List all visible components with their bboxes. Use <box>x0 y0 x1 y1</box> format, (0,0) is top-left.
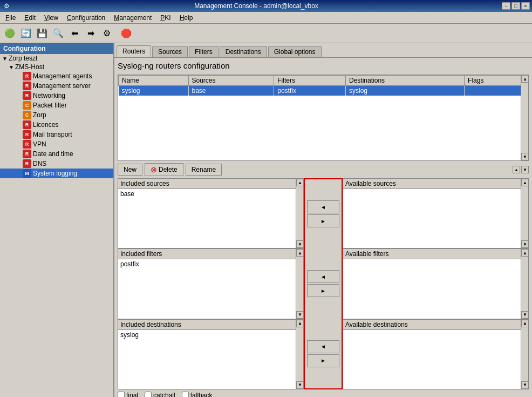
toolbar-search-button[interactable]: 🔍 <box>51 26 66 41</box>
toolbar: 🟢 🔄 💾 🔍 ⬅ ➡ ⚙ 🛑 <box>0 24 532 43</box>
checkbox-catchall[interactable]: catchall <box>145 392 175 397</box>
tree-zorp[interactable]: C Zorp <box>0 110 113 120</box>
included-filters-scroll-down[interactable]: ▼ <box>296 311 304 319</box>
tree-zorp-teszt[interactable]: ▼ Zorp teszt <box>0 54 113 63</box>
checkbox-fallback[interactable]: fallback <box>182 392 213 397</box>
included-sources-scroll-down[interactable]: ▼ <box>296 240 304 248</box>
scroll-up-button[interactable]: ▲ <box>521 75 529 83</box>
menu-edit[interactable]: Edit <box>20 13 40 23</box>
spacer-icon <box>15 93 23 99</box>
available-destinations-scroll-down[interactable]: ▼ <box>521 381 529 389</box>
available-sources-scroll-down[interactable]: ▼ <box>521 240 529 248</box>
destinations-remove-button[interactable]: ◄ <box>307 340 339 353</box>
router-table-scrollbar[interactable]: ▲ ▼ <box>521 75 528 160</box>
tab-routers[interactable]: Routers <box>117 45 151 57</box>
filters-add-button[interactable]: ► <box>307 284 339 297</box>
close-button[interactable]: × <box>521 2 530 10</box>
system-logging-label: System logging <box>33 170 77 177</box>
spacer-icon <box>15 132 23 138</box>
menu-view[interactable]: View <box>40 13 63 23</box>
sidebar: Configuration ▼ Zorp teszt ▼ ZMS-Host R … <box>0 43 114 397</box>
tab-destinations[interactable]: Destinations <box>220 46 267 57</box>
included-destinations-header: Included destinations <box>118 320 303 330</box>
menu-pki[interactable]: PKI <box>156 13 175 23</box>
tab-filters[interactable]: Filters <box>189 46 219 57</box>
included-destinations-panel: Included destinations syslog ▲ ▼ <box>118 319 304 389</box>
delete-button[interactable]: ⊗ Delete <box>145 163 183 176</box>
menu-help[interactable]: Help <box>175 13 197 23</box>
scroll-down-button[interactable]: ▼ <box>521 153 529 160</box>
tree-zms-host-label: ZMS-Host <box>15 63 44 71</box>
included-filters-track <box>296 257 303 311</box>
catchall-checkbox[interactable] <box>145 392 152 397</box>
list-item[interactable]: syslog <box>120 331 301 339</box>
filters-remove-button[interactable]: ◄ <box>307 270 339 283</box>
delete-label: Delete <box>159 166 178 173</box>
toolbar-stop-button[interactable]: 🛑 <box>119 26 134 41</box>
available-destinations-track <box>521 327 528 381</box>
menu-file[interactable]: File <box>1 13 20 23</box>
list-item[interactable]: base <box>120 190 301 198</box>
destinations-transfer-column: ◄ ► <box>304 319 343 389</box>
filters-transfer-column: ◄ ► <box>304 248 343 319</box>
included-filters-scroll-up[interactable]: ▲ <box>296 249 304 257</box>
tree-system-logging[interactable]: M System logging <box>0 169 113 178</box>
tree-zms-host[interactable]: ▼ ZMS-Host <box>0 63 113 71</box>
destinations-add-button[interactable]: ► <box>307 354 339 367</box>
spacer-icon <box>15 151 23 157</box>
checkbox-final[interactable]: final <box>118 392 138 397</box>
included-destinations-scroll-up[interactable]: ▲ <box>296 320 304 327</box>
menu-configuration[interactable]: Configuration <box>63 13 110 23</box>
scroll-up-small[interactable]: ▲ <box>513 166 520 173</box>
main-layout: Configuration ▼ Zorp teszt ▼ ZMS-Host R … <box>0 43 532 397</box>
toolbar-nav-back-button[interactable]: ⬅ <box>67 26 82 41</box>
toolbar-save-button[interactable]: 💾 <box>35 26 50 41</box>
menu-management[interactable]: Management <box>110 13 156 23</box>
final-checkbox[interactable] <box>118 392 125 397</box>
included-destinations-scroll-down[interactable]: ▼ <box>296 381 304 389</box>
vpn-icon: R <box>23 140 31 149</box>
tab-global-options[interactable]: Global options <box>268 46 322 57</box>
available-filters-track <box>521 257 528 311</box>
included-sources-scroll-up[interactable]: ▲ <box>296 179 304 186</box>
fallback-checkbox[interactable] <box>182 392 189 397</box>
toolbar-refresh-button[interactable]: 🔄 <box>18 26 33 41</box>
available-destinations-scroll-up[interactable]: ▲ <box>521 320 529 327</box>
new-button[interactable]: New <box>118 164 142 176</box>
rename-button[interactable]: Rename <box>186 164 222 176</box>
table-row[interactable]: syslog base postfix syslog <box>119 86 528 96</box>
maximize-button[interactable]: □ <box>511 2 520 10</box>
included-sources-header: Included sources <box>118 179 303 189</box>
available-sources-scroll-up[interactable]: ▲ <box>521 179 529 186</box>
col-destinations: Destinations <box>346 76 465 86</box>
tree-networking[interactable]: R Networking <box>0 91 113 100</box>
minimize-button[interactable]: − <box>502 2 510 10</box>
tree-packet-filter[interactable]: C Packet filter <box>0 100 113 110</box>
tree-vpn[interactable]: R VPN <box>0 139 113 149</box>
management-agents-label: Management agents <box>33 72 92 80</box>
tree-licences[interactable]: R Licences <box>0 120 113 130</box>
available-filters-scroll-up[interactable]: ▲ <box>521 249 529 257</box>
management-server-label: Management server <box>33 82 91 90</box>
action-row: New ⊗ Delete Rename ▲ ▼ <box>118 161 529 178</box>
toolbar-add-button[interactable]: 🟢 <box>2 26 17 41</box>
tab-sources[interactable]: Sources <box>152 46 188 57</box>
tree-dns[interactable]: R DNS <box>0 159 113 169</box>
available-sources-panel: Available sources ▲ ▼ <box>343 178 529 248</box>
tree-zorp-teszt-label: Zorp teszt <box>9 55 37 62</box>
tree-management-server[interactable]: R Management server <box>0 81 113 91</box>
scroll-down-small[interactable]: ▼ <box>521 166 529 173</box>
sources-add-button[interactable]: ► <box>307 214 339 227</box>
list-item[interactable]: postfix <box>120 260 301 268</box>
zorp-label: Zorp <box>33 111 46 119</box>
tree-mail-transport[interactable]: R Mail transport <box>0 130 113 139</box>
toolbar-nav-fwd-button[interactable]: ➡ <box>83 26 98 41</box>
tree-date-and-time[interactable]: R Date and time <box>0 149 113 159</box>
delete-icon: ⊗ <box>151 165 157 174</box>
sources-remove-button[interactable]: ◄ <box>307 200 339 213</box>
tree-management-agents[interactable]: R Management agents <box>0 71 113 81</box>
menu-bar: File Edit View Configuration Management … <box>0 12 532 24</box>
available-filters-scroll-down[interactable]: ▼ <box>521 311 529 319</box>
available-destinations-scrollbar: ▲ ▼ <box>521 320 528 389</box>
toolbar-settings-button[interactable]: ⚙ <box>99 26 114 41</box>
